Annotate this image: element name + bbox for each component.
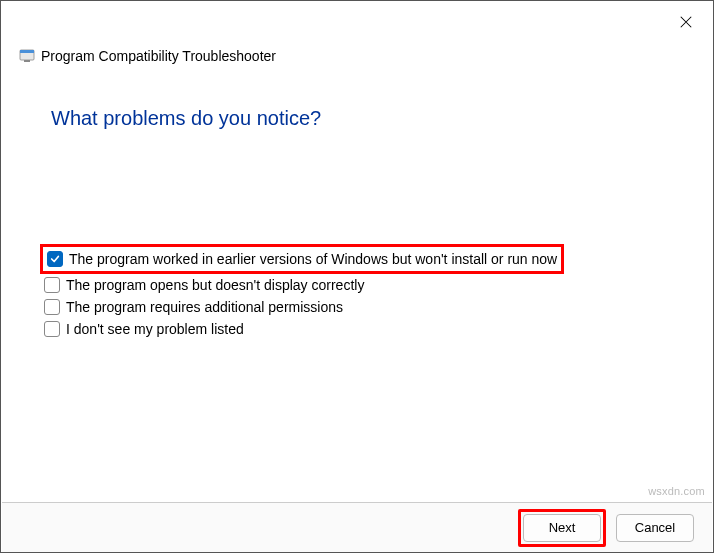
checkbox-not-listed[interactable] [44,321,60,337]
next-button-highlight: Next [518,509,606,547]
option-label: The program opens but doesn't display co… [66,277,364,293]
checkbox-additional-permissions[interactable] [44,299,60,315]
option-additional-permissions[interactable]: The program requires additional permissi… [40,297,564,317]
option-earlier-versions[interactable]: The program worked in earlier versions o… [40,244,564,274]
question-heading: What problems do you notice? [51,107,321,130]
svg-rect-1 [20,50,34,53]
option-label: The program requires additional permissi… [66,299,343,315]
option-label: The program worked in earlier versions o… [69,251,557,267]
options-list: The program worked in earlier versions o… [40,244,564,341]
compatibility-troubleshooter-dialog: Program Compatibility Troubleshooter Wha… [0,0,714,553]
close-button[interactable] [673,11,699,36]
option-label: I don't see my problem listed [66,321,244,337]
checkbox-earlier-versions[interactable] [47,251,63,267]
cancel-button[interactable]: Cancel [616,514,694,542]
checkbox-display-incorrectly[interactable] [44,277,60,293]
svg-rect-2 [24,60,30,62]
option-not-listed[interactable]: I don't see my problem listed [40,319,564,339]
dialog-footer: Next Cancel [2,502,712,552]
dialog-header: Program Compatibility Troubleshooter [19,48,276,64]
next-button[interactable]: Next [523,514,601,542]
option-display-incorrectly[interactable]: The program opens but doesn't display co… [40,275,564,295]
watermark-text: wsxdn.com [648,485,705,497]
troubleshooter-icon [19,48,35,64]
dialog-title: Program Compatibility Troubleshooter [41,48,276,64]
close-icon [679,15,693,32]
